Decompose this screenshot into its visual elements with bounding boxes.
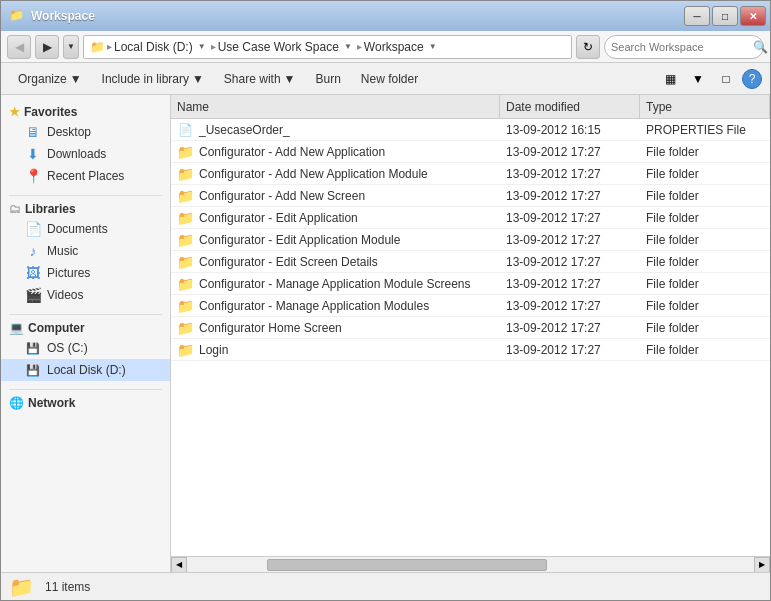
scroll-right-arrow[interactable]: ▶ xyxy=(754,557,770,573)
address-bar: ◀ ▶ ▼ 📁 ▸ Local Disk (D:) ▼ ▸ Use Case W… xyxy=(1,31,770,63)
sidebar-header-favorites[interactable]: ★ Favorites xyxy=(1,103,170,121)
file-date-0: 13-09-2012 16:15 xyxy=(500,123,640,137)
sidebar-divider-1 xyxy=(9,195,162,196)
include-library-button[interactable]: Include in library ▼ xyxy=(93,67,213,91)
file-date-4: 13-09-2012 17:27 xyxy=(500,211,640,225)
path-dropdown-3[interactable]: ▼ xyxy=(426,38,440,56)
address-path[interactable]: 📁 ▸ Local Disk (D:) ▼ ▸ Use Case Work Sp… xyxy=(83,35,572,59)
burn-button[interactable]: Burn xyxy=(306,67,349,91)
table-row[interactable]: 📁 Configurator - Add New Screen 13-09-20… xyxy=(171,185,770,207)
horizontal-scrollbar[interactable]: ◀ ▶ xyxy=(171,556,770,572)
sidebar-item-downloads[interactable]: ⬇ Downloads xyxy=(1,143,170,165)
search-icon[interactable]: 🔍 xyxy=(753,40,768,54)
share-with-dropdown-icon: ▼ xyxy=(284,72,296,86)
sidebar-header-computer[interactable]: 💻 Computer xyxy=(1,319,170,337)
search-input[interactable] xyxy=(611,41,749,53)
back-button[interactable]: ◀ xyxy=(7,35,31,59)
scroll-thumb[interactable] xyxy=(267,559,547,571)
file-name-1: 📁 Configurator - Add New Application xyxy=(171,144,500,160)
share-with-button[interactable]: Share with ▼ xyxy=(215,67,305,91)
table-row[interactable]: 📁 Configurator - Edit Screen Details 13-… xyxy=(171,251,770,273)
path-dropdown-1[interactable]: ▼ xyxy=(195,38,209,56)
nav-dropdown[interactable]: ▼ xyxy=(63,35,79,59)
table-row[interactable]: 📁 Configurator - Add New Application Mod… xyxy=(171,163,770,185)
sidebar-item-pictures[interactable]: 🖼 Pictures xyxy=(1,262,170,284)
favorites-icon: ★ xyxy=(9,105,20,119)
file-type-0: PROPERTIES File xyxy=(640,123,770,137)
path-workspace-root[interactable]: Use Case Work Space xyxy=(218,40,339,54)
organize-button[interactable]: Organize ▼ xyxy=(9,67,91,91)
computer-label: Computer xyxy=(28,321,85,335)
refresh-button[interactable]: ↻ xyxy=(576,35,600,59)
path-icon: 📁 xyxy=(90,40,105,54)
table-row[interactable]: 📁 Configurator - Manage Application Modu… xyxy=(171,295,770,317)
folder-icon-4: 📁 xyxy=(177,210,193,226)
status-bar: 📁 11 items xyxy=(1,572,770,600)
table-row[interactable]: 📁 Configurator - Edit Application Module… xyxy=(171,229,770,251)
libraries-icon: 🗂 xyxy=(9,202,21,216)
sidebar-header-libraries[interactable]: 🗂 Libraries xyxy=(1,200,170,218)
file-name-3: 📁 Configurator - Add New Screen xyxy=(171,188,500,204)
path-dropdown-2[interactable]: ▼ xyxy=(341,38,355,56)
help-button[interactable]: ? xyxy=(742,69,762,89)
sidebar-item-recent[interactable]: 📍 Recent Places xyxy=(1,165,170,187)
col-header-type[interactable]: Type xyxy=(640,95,770,118)
file-type-6: File folder xyxy=(640,255,770,269)
table-row[interactable]: 📁 Login 13-09-2012 17:27 File folder xyxy=(171,339,770,361)
layout-button[interactable]: □ xyxy=(714,67,738,91)
sidebar-divider-2 xyxy=(9,314,162,315)
sidebar-header-network[interactable]: 🌐 Network xyxy=(1,394,170,412)
sidebar-divider-3 xyxy=(9,389,162,390)
network-icon: 🌐 xyxy=(9,396,24,410)
table-row[interactable]: 📁 Configurator Home Screen 13-09-2012 17… xyxy=(171,317,770,339)
file-date-5: 13-09-2012 17:27 xyxy=(500,233,640,247)
sidebar-item-local-d-label: Local Disk (D:) xyxy=(47,363,126,377)
sidebar-item-music[interactable]: ♪ Music xyxy=(1,240,170,262)
sidebar-item-local-d[interactable]: 💾 Local Disk (D:) xyxy=(1,359,170,381)
sidebar-item-desktop[interactable]: 🖥 Desktop xyxy=(1,121,170,143)
close-button[interactable]: ✕ xyxy=(740,6,766,26)
forward-button[interactable]: ▶ xyxy=(35,35,59,59)
window-title: Workspace xyxy=(31,9,95,23)
col-header-date[interactable]: Date modified xyxy=(500,95,640,118)
view-dropdown-button[interactable]: ▼ xyxy=(686,67,710,91)
downloads-icon: ⬇ xyxy=(25,146,41,162)
toolbar-right: ▦ ▼ □ ? xyxy=(658,67,762,91)
new-folder-label: New folder xyxy=(361,72,418,86)
computer-icon: 💻 xyxy=(9,321,24,335)
minimize-button[interactable]: ─ xyxy=(684,6,710,26)
file-list-header: Name Date modified Type xyxy=(171,95,770,119)
sidebar-item-videos-label: Videos xyxy=(47,288,83,302)
view-toggle-button[interactable]: ▦ xyxy=(658,67,682,91)
sidebar-item-documents[interactable]: 📄 Documents xyxy=(1,218,170,240)
folder-icon-1: 📁 xyxy=(177,144,193,160)
new-folder-button[interactable]: New folder xyxy=(352,67,427,91)
scroll-track[interactable] xyxy=(187,557,754,572)
table-row[interactable]: 📄 _UsecaseOrder_ 13-09-2012 16:15 PROPER… xyxy=(171,119,770,141)
table-row[interactable]: 📁 Configurator - Edit Application 13-09-… xyxy=(171,207,770,229)
file-name-5: 📁 Configurator - Edit Application Module xyxy=(171,232,500,248)
table-row[interactable]: 📁 Configurator - Add New Application 13-… xyxy=(171,141,770,163)
maximize-button[interactable]: □ xyxy=(712,6,738,26)
table-row[interactable]: 📁 Configurator - Manage Application Modu… xyxy=(171,273,770,295)
scroll-left-arrow[interactable]: ◀ xyxy=(171,557,187,573)
sidebar-section-favorites: ★ Favorites 🖥 Desktop ⬇ Downloads 📍 Rece… xyxy=(1,103,170,187)
file-type-7: File folder xyxy=(640,277,770,291)
path-local-disk[interactable]: Local Disk (D:) xyxy=(114,40,193,54)
window-icon: 📁 xyxy=(9,8,25,24)
col-header-name[interactable]: Name xyxy=(171,95,500,118)
sidebar-item-videos[interactable]: 🎬 Videos xyxy=(1,284,170,306)
sidebar-item-recent-label: Recent Places xyxy=(47,169,124,183)
file-name-9: 📁 Configurator Home Screen xyxy=(171,320,500,336)
sidebar-item-os-c[interactable]: 💾 OS (C:) xyxy=(1,337,170,359)
path-workspace[interactable]: Workspace xyxy=(364,40,424,54)
file-date-2: 13-09-2012 17:27 xyxy=(500,167,640,181)
folder-icon-7: 📁 xyxy=(177,276,193,292)
file-date-6: 13-09-2012 17:27 xyxy=(500,255,640,269)
file-icon-0: 📄 xyxy=(177,122,193,138)
organize-label: Organize xyxy=(18,72,67,86)
folder-icon-5: 📁 xyxy=(177,232,193,248)
file-date-3: 13-09-2012 17:27 xyxy=(500,189,640,203)
file-name-2: 📁 Configurator - Add New Application Mod… xyxy=(171,166,500,182)
title-bar: 📁 Workspace ─ □ ✕ xyxy=(1,1,770,31)
